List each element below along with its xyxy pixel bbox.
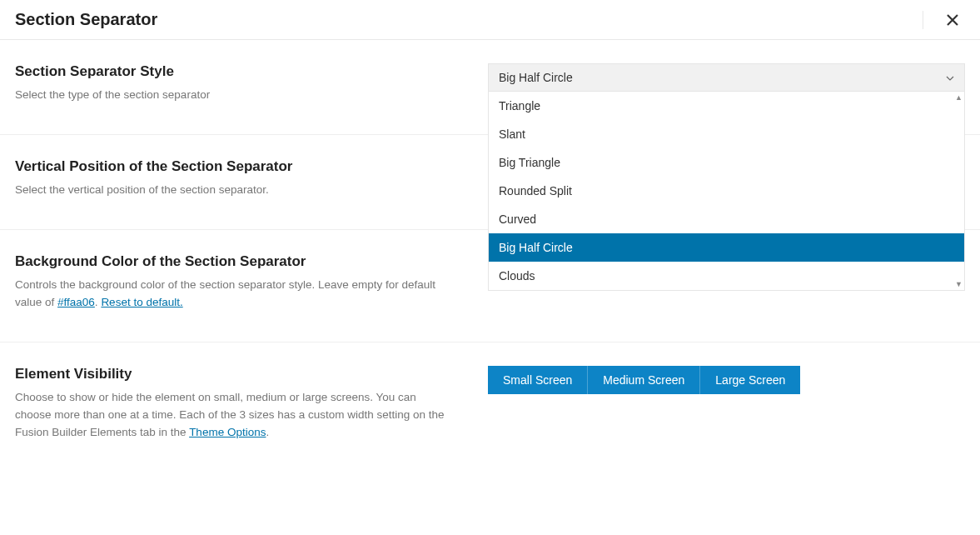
- style-dropdown: ▲ TriangleSlantBig TriangleRounded Split…: [488, 92, 965, 291]
- style-options-list[interactable]: TriangleSlantBig TriangleRounded SplitCu…: [489, 92, 964, 290]
- style-option[interactable]: Rounded Split: [489, 177, 964, 205]
- modal-header: Section Separator: [0, 0, 980, 40]
- style-select-display[interactable]: Big Half Circle: [488, 63, 965, 92]
- visibility-button-group: Small ScreenMedium ScreenLarge Screen: [488, 366, 965, 394]
- style-select[interactable]: Big Half Circle ▲ TriangleSlantBig Trian…: [488, 63, 965, 92]
- style-option[interactable]: Triangle: [489, 92, 964, 120]
- modal-title: Section Separator: [15, 10, 157, 29]
- style-option[interactable]: Clouds: [489, 262, 964, 290]
- default-color-link[interactable]: #ffaa06: [57, 296, 95, 308]
- style-label: Section Separator Style: [15, 63, 455, 80]
- style-option[interactable]: Curved: [489, 205, 964, 233]
- style-option[interactable]: Big Triangle: [489, 148, 964, 177]
- visibility-label: Element Visibility: [15, 366, 455, 382]
- reset-default-link[interactable]: Reset to default.: [101, 296, 182, 308]
- style-option[interactable]: Big Half Circle: [489, 233, 964, 262]
- visibility-desc: Choose to show or hide the element on sm…: [15, 389, 455, 442]
- theme-options-link[interactable]: Theme Options: [189, 426, 266, 438]
- vpos-desc: Select the vertical position of the sect…: [15, 182, 455, 199]
- row-style: Section Separator Style Select the type …: [0, 40, 980, 135]
- visibility-button[interactable]: Small Screen: [488, 366, 588, 394]
- close-icon[interactable]: [923, 11, 965, 29]
- bgcolor-label: Background Color of the Section Separato…: [15, 253, 455, 270]
- style-selected-value: Big Half Circle: [499, 71, 573, 84]
- visibility-button[interactable]: Large Screen: [700, 366, 800, 394]
- style-desc: Select the type of the section separator: [15, 87, 455, 104]
- chevron-down-icon: [946, 73, 954, 82]
- style-option[interactable]: Slant: [489, 120, 964, 148]
- visibility-button[interactable]: Medium Screen: [588, 366, 700, 394]
- row-visibility: Element Visibility Choose to show or hid…: [0, 342, 980, 472]
- vpos-label: Vertical Position of the Section Separat…: [15, 158, 455, 175]
- bgcolor-desc: Controls the background color of the sec…: [15, 277, 455, 312]
- modal-body: Section Separator Style Select the type …: [0, 40, 980, 471]
